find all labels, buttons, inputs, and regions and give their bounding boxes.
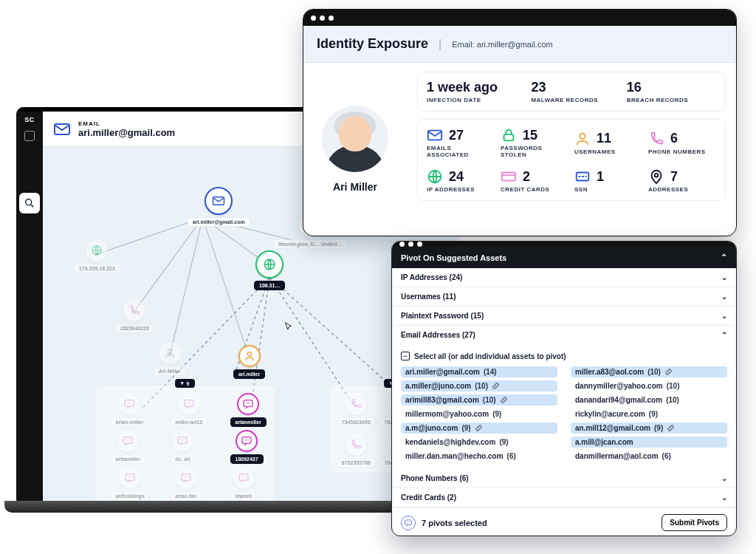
stat-phone[interactable]: 6PHONE NUMBERS xyxy=(648,131,716,155)
app-sidebar: SC xyxy=(16,112,43,506)
graph-node[interactable]: aetholdings xyxy=(111,467,150,501)
email-asset[interactable]: rickylin@acure.com (9) xyxy=(571,408,727,420)
graph-node[interactable]: 7345823453 xyxy=(337,393,376,427)
pin-icon xyxy=(648,168,664,185)
email-asset[interactable]: millermom@yahoo.com (9) xyxy=(401,408,557,420)
graph-node[interactable]: miller.ari13 xyxy=(171,393,208,427)
stat: 16BREACH RECORDS xyxy=(627,80,716,103)
graph-node-person[interactable]: Ari Miller xyxy=(154,342,186,376)
graph-node[interactable]: arianmiller xyxy=(230,393,267,427)
window-titlebar xyxy=(392,242,736,247)
link-icon xyxy=(475,424,483,432)
stat-lock[interactable]: 15PASSWORDS STOLEN xyxy=(501,127,568,158)
graph-cluster-usernames[interactable]: 9 arian-millermiller.ari13arianmillerari… xyxy=(94,385,275,503)
stat-pin[interactable]: 7ADDRESSES xyxy=(648,168,716,193)
pivot-count-icon xyxy=(401,516,416,530)
accordion-ip[interactable]: IP Addresses (24)⌄ xyxy=(392,268,736,287)
pivot-title: Pivot On Suggested Assets xyxy=(401,253,506,262)
stat-card[interactable]: 2CREDIT CARDS xyxy=(501,168,568,193)
globe-icon xyxy=(427,168,443,185)
traffic-light-icon[interactable] xyxy=(399,242,405,247)
stat-globe[interactable]: 24IP ADDRESSES xyxy=(427,168,495,193)
graph-node[interactable]: 8732355789 xyxy=(337,434,376,468)
traffic-light-icon[interactable] xyxy=(320,16,325,21)
email-asset[interactable]: a.miller@juno.com (10) xyxy=(401,380,557,391)
graph-node-root[interactable]: ari.miller@gmail.com xyxy=(188,187,250,227)
app-logo: SC xyxy=(24,116,35,123)
accordion-passwords[interactable]: Plaintext Password (15)⌄ xyxy=(392,307,736,326)
email-asset[interactable]: an.mill12@gmail.com (9) xyxy=(571,423,727,434)
traffic-light-icon[interactable] xyxy=(329,16,334,21)
graph-node[interactable]: dc_ali xyxy=(171,430,196,464)
traffic-light-icon[interactable] xyxy=(311,16,316,21)
traffic-light-icon[interactable] xyxy=(408,242,413,247)
link-icon xyxy=(664,368,673,376)
accordion-usernames[interactable]: Usernames (11)⌄ xyxy=(392,287,736,307)
email-asset[interactable]: dannymiller@yahoo.com (10) xyxy=(571,380,727,391)
identity-email-value: ari.miller@gmail.com xyxy=(477,40,553,49)
graph-node[interactable]: arian.tan xyxy=(171,467,202,501)
pivot-footer: 7 pivots selected Submit Pivots xyxy=(392,507,736,536)
pivot-header[interactable]: Pivot On Suggested Assets ⌃ xyxy=(392,247,736,268)
pivot-window: Pivot On Suggested Assets ⌃ IP Addresses… xyxy=(391,241,737,536)
node-label: ari.miller xyxy=(233,369,265,379)
email-asset[interactable]: a.mill@jcan.com xyxy=(571,437,727,448)
graph-node-ip[interactable]: 174.205.18.223 xyxy=(74,239,120,273)
email-asset[interactable]: miller.dan.man@hecho.com (6) xyxy=(401,451,557,462)
accordion-phones[interactable]: Phone Numbers (6)⌄ xyxy=(392,469,736,488)
envelope-icon xyxy=(53,120,71,138)
email-asset[interactable]: arimill83@gmail.com (10) xyxy=(401,394,557,406)
traffic-light-icon[interactable] xyxy=(417,242,422,247)
graph-node-phone[interactable]: 2023043223 xyxy=(115,299,154,333)
svg-line-14 xyxy=(169,218,202,358)
email-asset[interactable]: miller.a83@aol.com (10) xyxy=(571,366,727,377)
node-label: 108.31… xyxy=(254,281,285,290)
link-icon xyxy=(492,382,500,390)
email-asset[interactable]: a.m@juno.com (9) xyxy=(401,423,557,434)
identity-name: Ari Miller xyxy=(333,181,377,193)
chevron-up-icon: ⌃ xyxy=(721,253,727,262)
email-asset[interactable]: danandari94@gmail.com (10) xyxy=(571,394,727,406)
accordion-emails[interactable]: Email Addresses (27)⌃ xyxy=(392,326,736,344)
graph-node[interactable]: arian-miller xyxy=(111,393,149,427)
stat-ssn[interactable]: 1SSN xyxy=(574,168,642,193)
chevron-down-icon: ⌄ xyxy=(721,474,727,482)
link-icon xyxy=(500,396,508,404)
node-label: Ari Miller xyxy=(154,366,186,376)
submit-pivots-button[interactable]: Submit Pivots xyxy=(662,514,727,531)
chevron-up-icon: ⌃ xyxy=(721,331,727,339)
cursor-icon xyxy=(284,321,294,332)
search-icon xyxy=(24,197,35,209)
email-asset[interactable]: kendaniels@highdev.com (9) xyxy=(401,437,557,448)
identity-profile: Ari Miller xyxy=(303,63,407,236)
node-label: 2023043223 xyxy=(115,324,154,333)
email-asset[interactable]: ari.miller@gmail.com (14) xyxy=(401,366,557,377)
cluster-count: 9 xyxy=(187,381,190,386)
email-label: EMAIL xyxy=(78,120,175,127)
stat: 1 week agoINFECTION DATE xyxy=(427,80,525,103)
graph-node-ip-active[interactable]: 108.31… xyxy=(254,250,285,290)
select-all-row[interactable]: − Select all (or add individual assets t… xyxy=(401,352,727,360)
graph-node[interactable]: atamili xyxy=(230,467,257,501)
globe-icon xyxy=(91,244,103,256)
envelope-icon xyxy=(212,194,225,208)
sidebar-nav-icon[interactable] xyxy=(24,131,35,141)
pivot-count: 7 xyxy=(422,519,426,527)
indeterminate-checkbox-icon[interactable]: − xyxy=(401,352,410,360)
stat-email[interactable]: 27EMAILS ASSOCIATED xyxy=(427,127,495,158)
node-label: ari.miller@gmail.com xyxy=(188,217,250,227)
graph-node[interactable]: aritamiller xyxy=(111,430,145,464)
email-asset[interactable]: danmillerman@aol.com (6) xyxy=(571,451,727,462)
email-value: ari.miller@gmail.com xyxy=(78,127,175,138)
stat-user[interactable]: 11USERNAMES xyxy=(574,131,642,155)
globe-icon xyxy=(263,258,276,271)
identity-email-label: Email: xyxy=(452,40,475,49)
graph-node[interactable]: 18092437 xyxy=(230,430,264,464)
search-button[interactable] xyxy=(19,193,40,213)
graph-node-username[interactable]: ari.miller xyxy=(233,345,265,379)
chevron-down-icon: ⌄ xyxy=(721,293,727,301)
chevron-down-icon: ⌄ xyxy=(721,493,727,502)
accordion-cards[interactable]: Credit Cards (2)⌄ xyxy=(392,488,736,507)
pivot-footer-text: pivots selected xyxy=(428,519,487,527)
chevron-down-icon: ⌄ xyxy=(721,312,727,320)
